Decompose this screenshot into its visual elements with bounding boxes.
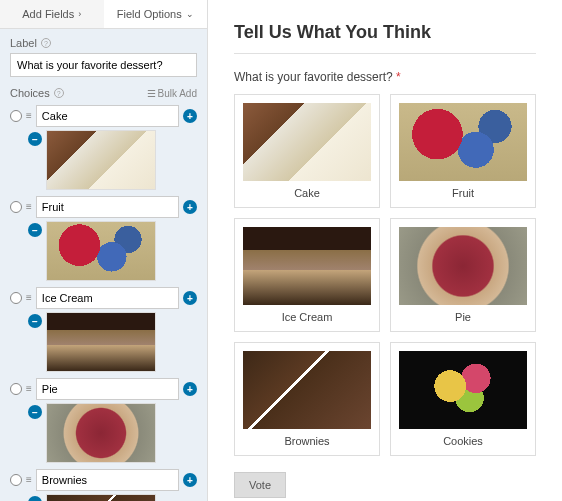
choice-row: ≡+− xyxy=(10,378,197,463)
bulk-add-label: Bulk Add xyxy=(158,88,197,99)
remove-choice-button[interactable]: − xyxy=(28,405,42,419)
remove-choice-button[interactable]: − xyxy=(28,132,42,146)
drag-handle-icon[interactable]: ≡ xyxy=(26,202,32,212)
choice-text-input[interactable] xyxy=(36,287,179,309)
add-choice-button[interactable]: + xyxy=(183,291,197,305)
radio-default-icon[interactable] xyxy=(10,110,22,122)
remove-choice-button[interactable]: − xyxy=(28,496,42,501)
question-label: What is your favorite dessert? * xyxy=(234,70,536,84)
field-options-panel: Label ? Choices ? ☰ Bulk Add ≡+−≡+−≡+−≡+… xyxy=(0,29,207,501)
image-option[interactable]: Cake xyxy=(234,94,380,208)
option-image xyxy=(243,103,371,181)
label-heading-text: Label xyxy=(10,37,37,49)
image-option[interactable]: Cookies xyxy=(390,342,536,456)
add-choice-button[interactable]: + xyxy=(183,109,197,123)
label-section-heading: Label ? xyxy=(10,37,197,49)
image-option[interactable]: Brownies xyxy=(234,342,380,456)
drag-handle-icon[interactable]: ≡ xyxy=(26,111,32,121)
choice-text-input[interactable] xyxy=(36,378,179,400)
question-text: What is your favorite dessert? xyxy=(234,70,393,84)
image-option[interactable]: Pie xyxy=(390,218,536,332)
choice-row: ≡+− xyxy=(10,196,197,281)
option-image xyxy=(399,351,527,429)
tab-add-fields[interactable]: Add Fields › xyxy=(0,0,104,28)
choices-list: ≡+−≡+−≡+−≡+−≡+− xyxy=(10,105,197,501)
option-image xyxy=(243,351,371,429)
remove-choice-button[interactable]: − xyxy=(28,314,42,328)
chevron-down-icon: ⌄ xyxy=(186,9,194,19)
image-option[interactable]: Fruit xyxy=(390,94,536,208)
radio-default-icon[interactable] xyxy=(10,201,22,213)
option-label: Cake xyxy=(294,187,320,199)
add-choice-button[interactable]: + xyxy=(183,473,197,487)
help-icon[interactable]: ? xyxy=(54,88,64,98)
option-label: Cookies xyxy=(443,435,483,447)
option-label: Brownies xyxy=(284,435,329,447)
radio-default-icon[interactable] xyxy=(10,383,22,395)
tab-add-fields-label: Add Fields xyxy=(22,8,74,20)
choice-row: ≡+− xyxy=(10,105,197,190)
choices-heading-text: Choices xyxy=(10,87,50,99)
drag-handle-icon[interactable]: ≡ xyxy=(26,475,32,485)
image-options-grid: CakeFruitIce CreamPieBrowniesCookies xyxy=(234,94,536,456)
help-icon[interactable]: ? xyxy=(41,38,51,48)
choice-row: ≡+− xyxy=(10,469,197,501)
choice-thumbnail[interactable] xyxy=(46,312,156,372)
divider xyxy=(234,53,536,54)
choice-row: ≡+− xyxy=(10,287,197,372)
choice-thumbnail[interactable] xyxy=(46,403,156,463)
choices-header: Choices ? ☰ Bulk Add xyxy=(10,87,197,99)
radio-default-icon[interactable] xyxy=(10,292,22,304)
choice-text-input[interactable] xyxy=(36,105,179,127)
drag-handle-icon[interactable]: ≡ xyxy=(26,293,32,303)
required-mark: * xyxy=(396,70,401,84)
option-label: Ice Cream xyxy=(282,311,333,323)
radio-default-icon[interactable] xyxy=(10,474,22,486)
tab-field-options[interactable]: Field Options ⌄ xyxy=(104,0,208,28)
option-image xyxy=(399,227,527,305)
image-option[interactable]: Ice Cream xyxy=(234,218,380,332)
form-title: Tell Us What You Think xyxy=(234,22,536,43)
option-image xyxy=(243,227,371,305)
choice-thumbnail[interactable] xyxy=(46,494,156,501)
sidebar-tabs: Add Fields › Field Options ⌄ xyxy=(0,0,207,29)
choice-thumbnail[interactable] xyxy=(46,221,156,281)
choice-text-input[interactable] xyxy=(36,469,179,491)
field-editor-sidebar: Add Fields › Field Options ⌄ Label ? Cho… xyxy=(0,0,208,501)
bulk-add-button[interactable]: ☰ Bulk Add xyxy=(147,88,197,99)
submit-button[interactable]: Vote xyxy=(234,472,286,498)
remove-choice-button[interactable]: − xyxy=(28,223,42,237)
chevron-right-icon: › xyxy=(78,9,81,19)
form-preview: Tell Us What You Think What is your favo… xyxy=(208,0,562,501)
option-label: Pie xyxy=(455,311,471,323)
option-image xyxy=(399,103,527,181)
choice-text-input[interactable] xyxy=(36,196,179,218)
tab-field-options-label: Field Options xyxy=(117,8,182,20)
option-label: Fruit xyxy=(452,187,474,199)
list-icon: ☰ xyxy=(147,88,156,99)
field-label-input[interactable] xyxy=(10,53,197,77)
choice-thumbnail[interactable] xyxy=(46,130,156,190)
add-choice-button[interactable]: + xyxy=(183,382,197,396)
drag-handle-icon[interactable]: ≡ xyxy=(26,384,32,394)
add-choice-button[interactable]: + xyxy=(183,200,197,214)
